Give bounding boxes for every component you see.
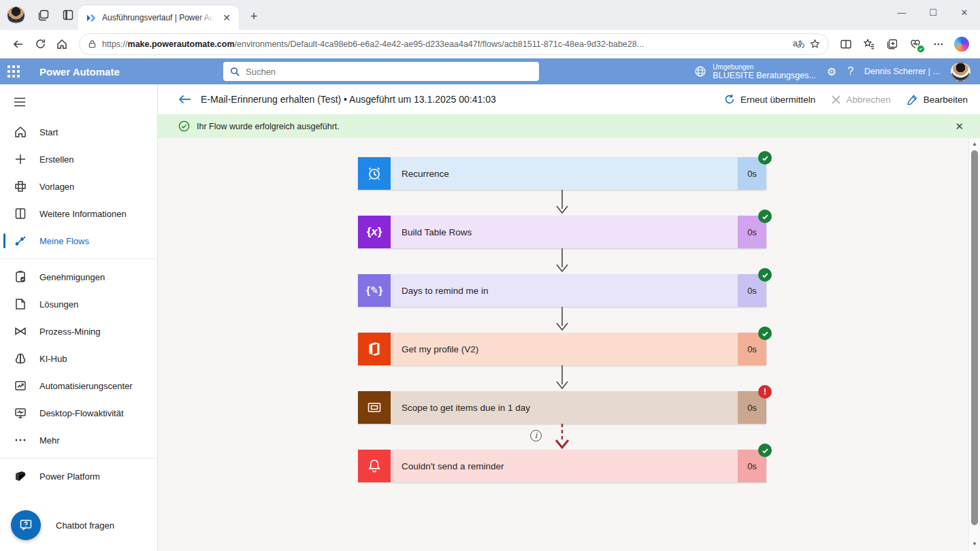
search-icon [230, 67, 240, 77]
sidebar-item-mehr[interactable]: Mehr [0, 427, 157, 454]
cancel-button: Abbrechen [832, 95, 890, 105]
success-badge-icon [758, 444, 772, 457]
resubmit-icon [724, 94, 735, 105]
compose-icon: {x} [358, 216, 391, 248]
collections-icon[interactable] [882, 34, 902, 54]
flow-step-build-table-rows[interactable]: {x} Build Table Rows 0s [358, 216, 766, 248]
resubmit-button[interactable]: Erneut übermitteln [724, 94, 815, 105]
home-icon[interactable] [52, 34, 72, 54]
copilot-icon[interactable] [954, 37, 969, 52]
help-icon[interactable]: ? [847, 65, 853, 78]
sidebar-item-label: Genehmigungen [39, 272, 105, 282]
flow-canvas[interactable]: Recurrence 0s {x} Build Table Rows 0s {✎… [158, 138, 980, 551]
flows-icon [14, 234, 27, 248]
power-platform-icon [14, 469, 27, 483]
edit-button[interactable]: Bearbeiten [907, 94, 968, 105]
flow-step-recurrence[interactable]: Recurrence 0s [358, 157, 766, 190]
main-panel: E-Mail-Erinnerung erhalten (Test) • Ausg… [158, 84, 980, 551]
process-mining-icon [14, 324, 27, 338]
run-title: E-Mail-Erinnerung erhalten (Test) • Ausg… [201, 94, 496, 105]
sidebar-item-ki-hub[interactable]: KI-Hub [0, 345, 157, 372]
app-launcher-icon[interactable] [0, 59, 27, 84]
canvas-scrollbar[interactable]: ▲ ▼ [968, 138, 980, 551]
settings-gear-icon[interactable]: ⚙ [827, 65, 836, 78]
environment-label: Umgebungen [713, 63, 815, 71]
refresh-icon[interactable] [30, 34, 50, 54]
browser-essentials-icon[interactable] [905, 34, 926, 54]
cancel-icon [832, 95, 840, 104]
sidebar-item-label: Mehr [39, 435, 60, 446]
split-screen-icon[interactable] [836, 34, 856, 54]
sidebar-item-vorlagen[interactable]: Vorlagen [0, 173, 157, 200]
tab-title: Ausführungsverlauf | Power Automate [102, 13, 214, 22]
account-name[interactable]: Dennis Scherrer | ... [864, 67, 940, 76]
scope-icon [358, 391, 391, 424]
sidebar-item-start[interactable]: Start [0, 118, 157, 146]
essentials-check-badge [917, 46, 924, 52]
sidebar-item-label: Prozess-Mining [39, 327, 101, 337]
flow-step-days-to-remind-me-in[interactable]: {✎} Days to remind me in 0s [358, 274, 766, 307]
environment-picker[interactable]: Umgebungen BLUESITE Beratungsges... [693, 63, 815, 80]
sidebar-item-prozess-mining[interactable]: Prozess-Mining [0, 318, 157, 345]
translate-icon[interactable]: aあ [793, 38, 804, 50]
flow-connector [358, 190, 766, 216]
more-menu-icon[interactable] [928, 34, 949, 54]
search-input[interactable] [246, 67, 532, 77]
sidebar-item-desktop-flowaktivität[interactable]: Desktop-Flowaktivität [0, 399, 157, 427]
app-title[interactable]: Power Automate [39, 66, 120, 78]
tab-close-icon[interactable]: ✕ [220, 11, 233, 24]
flow-step-scope-to-get-items-due-in-1-day[interactable]: Scope to get items due in 1 day 0s ! [358, 391, 766, 424]
sidebar-item-meine-flows[interactable]: Meine Flows [0, 227, 157, 254]
browser-tabstrip: Ausführungsverlauf | Power Automate ✕ + … [0, 0, 980, 30]
tab-actions-icon[interactable] [58, 5, 78, 25]
flow-step-get-my-profile-v2-[interactable]: Get my profile (V2) 0s [358, 333, 766, 365]
success-check-icon [178, 120, 190, 132]
power-automate-header: Power Automate Umgebungen BLUESITE Berat… [0, 59, 980, 84]
url-text[interactable]: https://make.powerautomate.com/environme… [102, 39, 787, 49]
chatbot-button[interactable] [11, 510, 41, 540]
success-badge-icon [758, 327, 772, 340]
sidebar: Start Erstellen Vorlagen Weitere Informa… [0, 84, 158, 551]
hamburger-menu-icon[interactable] [0, 91, 33, 113]
sidebar-item-weitere-informationen[interactable]: Weitere Informationen [0, 200, 157, 227]
sidebar-item-genehmigungen[interactable]: Genehmigungen [0, 263, 157, 290]
account-avatar[interactable] [951, 62, 970, 82]
home-icon [14, 125, 27, 139]
scroll-up-icon[interactable]: ▲ [969, 141, 980, 147]
sidebar-item-erstellen[interactable]: Erstellen [0, 146, 157, 173]
flow-step-couldn-t-send-a-reminder[interactable]: Couldn't send a reminder 0s [358, 450, 766, 482]
workspaces-icon[interactable] [33, 5, 54, 25]
back-navigation-icon[interactable] [178, 94, 191, 105]
desktop-flow-icon [14, 406, 27, 420]
environment-icon [693, 65, 707, 78]
sidebar-item-lösungen[interactable]: Lösungen [0, 290, 157, 318]
browser-active-tab[interactable]: Ausführungsverlauf | Power Automate ✕ [78, 5, 239, 30]
back-icon[interactable] [8, 34, 29, 54]
scrollbar-thumb[interactable] [971, 150, 978, 525]
templates-icon [14, 180, 27, 193]
scroll-down-icon[interactable]: ▼ [969, 541, 980, 547]
success-badge-icon [758, 210, 772, 223]
new-tab-button[interactable]: + [244, 7, 263, 26]
favorite-star-icon[interactable] [810, 39, 820, 49]
window-maximize-button[interactable]: ☐ [917, 1, 949, 24]
browser-profile-avatar[interactable] [7, 6, 25, 24]
url-bar[interactable]: https://make.powerautomate.com/environme… [79, 33, 829, 55]
sidebar-item-automatisierungscenter[interactable]: Automatisierungscenter [0, 372, 157, 399]
info-icon[interactable]: i [530, 430, 542, 441]
chatbot-label[interactable]: Chatbot fragen [56, 520, 114, 531]
sidebar-item-power-platform[interactable]: Power Platform [0, 463, 157, 490]
window-minimize-button[interactable]: — [886, 1, 917, 24]
window-close-button[interactable]: ✕ [949, 1, 980, 24]
flow-connector [358, 248, 766, 274]
approvals-icon [14, 270, 27, 284]
banner-close-icon[interactable]: ✕ [949, 120, 969, 133]
environment-name: BLUESITE Beratungsges... [713, 71, 815, 80]
more-icon [14, 433, 27, 447]
flow-connector [358, 307, 766, 333]
sidebar-item-label: Meine Flows [39, 236, 89, 246]
sidebar-item-label: Lösungen [39, 299, 78, 310]
edit-pencil-icon [907, 94, 918, 105]
global-search[interactable] [223, 62, 539, 81]
favorites-icon[interactable] [859, 34, 879, 54]
